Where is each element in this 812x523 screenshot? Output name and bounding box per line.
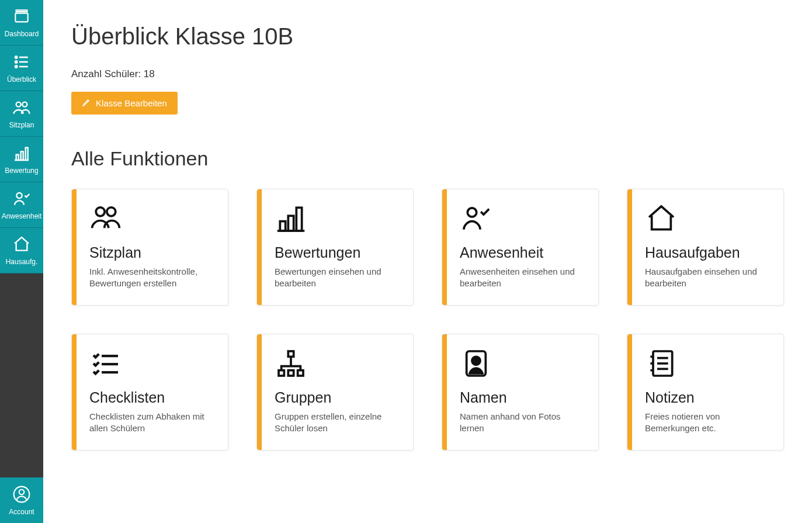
card-namen[interactable]: Namen Namen anhand von Fotos lernen bbox=[442, 334, 599, 451]
svg-rect-26 bbox=[288, 351, 293, 356]
student-count: Anzahl Schüler: 18 bbox=[71, 68, 784, 80]
card-checklisten[interactable]: Checklisten Checklisten zum Abhaken mit … bbox=[71, 334, 228, 451]
card-desc: Anwesenheiten einsehen und bearbeiten bbox=[460, 266, 584, 290]
list-icon bbox=[12, 53, 31, 73]
sidebar-item-label: Account bbox=[9, 508, 34, 516]
main-content: Überblick Klasse 10B Anzahl Schüler: 18 … bbox=[43, 0, 812, 523]
attendance-check-icon bbox=[460, 202, 492, 235]
svg-point-7 bbox=[16, 102, 21, 107]
card-title: Gruppen bbox=[275, 389, 399, 406]
page-title: Überblick Klasse 10B bbox=[71, 23, 784, 50]
svg-rect-0 bbox=[15, 13, 27, 22]
notes-icon bbox=[645, 347, 678, 380]
svg-rect-20 bbox=[288, 216, 293, 231]
sidebar-item-dashboard[interactable]: Dashboard bbox=[0, 0, 43, 46]
card-title: Checklisten bbox=[89, 389, 214, 406]
hierarchy-icon bbox=[275, 347, 307, 380]
svg-rect-28 bbox=[288, 370, 293, 376]
svg-rect-12 bbox=[26, 148, 28, 160]
svg-point-16 bbox=[96, 207, 105, 216]
pencil-icon bbox=[82, 98, 91, 109]
svg-rect-21 bbox=[296, 207, 301, 231]
svg-point-8 bbox=[22, 102, 27, 107]
card-sitzplan[interactable]: Sitzplan Inkl. Anwesenheitskontrolle, Be… bbox=[71, 189, 228, 306]
section-title: Alle Funktionen bbox=[71, 147, 784, 170]
card-title: Bewertungen bbox=[275, 244, 399, 261]
card-title: Namen bbox=[460, 389, 584, 406]
sidebar-item-label: Überblick bbox=[7, 75, 36, 84]
card-notizen[interactable]: Notizen Freies notieren von Bemerkungen … bbox=[627, 334, 784, 451]
function-cards-grid: Sitzplan Inkl. Anwesenheitskontrolle, Be… bbox=[71, 189, 784, 451]
sidebar-item-anwesenheit[interactable]: Anwesenheit bbox=[0, 182, 43, 228]
svg-point-5 bbox=[15, 65, 17, 67]
card-title: Notizen bbox=[645, 389, 769, 406]
card-gruppen[interactable]: Gruppen Gruppen erstellen, einzelne Schü… bbox=[256, 334, 414, 451]
sidebar-item-label: Sitzplan bbox=[9, 121, 34, 129]
sidebar-item-bewertung[interactable]: Bewertung bbox=[0, 137, 43, 182]
sidebar-item-label: Dashboard bbox=[5, 30, 39, 38]
people-icon bbox=[89, 202, 122, 235]
svg-point-15 bbox=[19, 489, 25, 494]
svg-point-1 bbox=[15, 56, 17, 58]
svg-point-31 bbox=[472, 356, 480, 365]
sidebar-item-uberblick[interactable]: Überblick bbox=[0, 46, 43, 91]
edit-class-label: Klasse Bearbeiten bbox=[96, 98, 167, 108]
sidebar: Dashboard Überblick Sitzplan Bew bbox=[0, 0, 43, 523]
svg-rect-10 bbox=[16, 155, 19, 160]
svg-point-3 bbox=[15, 61, 17, 63]
sidebar-item-label: Bewertung bbox=[5, 167, 38, 175]
account-icon bbox=[12, 485, 31, 505]
svg-rect-27 bbox=[279, 370, 284, 376]
people-icon bbox=[12, 98, 31, 119]
sidebar-item-label: Hausaufg. bbox=[6, 258, 38, 266]
svg-point-22 bbox=[467, 208, 476, 217]
chart-icon bbox=[12, 144, 31, 164]
card-title: Sitzplan bbox=[89, 244, 214, 261]
chart-icon bbox=[275, 202, 307, 235]
card-desc: Gruppen erstellen, einzelne Schüler lose… bbox=[275, 411, 399, 435]
sidebar-item-account[interactable]: Account bbox=[0, 477, 43, 523]
card-desc: Inkl. Anwesenheitskontrolle, Bewertungen… bbox=[89, 266, 214, 290]
svg-rect-29 bbox=[298, 370, 303, 376]
home-icon bbox=[12, 235, 31, 255]
attendance-check-icon bbox=[12, 189, 31, 210]
card-anwesenheit[interactable]: Anwesenheit Anwesenheiten einsehen und b… bbox=[442, 189, 599, 306]
svg-point-17 bbox=[107, 207, 116, 216]
card-desc: Checklisten zum Abhaken mit allen Schüle… bbox=[89, 411, 214, 435]
sidebar-item-label: Anwesenheit bbox=[2, 212, 42, 220]
home-icon bbox=[645, 202, 678, 235]
sidebar-item-hausaufgaben[interactable]: Hausaufg. bbox=[0, 228, 43, 273]
edit-class-button[interactable]: Klasse Bearbeiten bbox=[71, 92, 178, 115]
svg-rect-19 bbox=[280, 221, 285, 231]
sidebar-item-sitzplan[interactable]: Sitzplan bbox=[0, 91, 43, 137]
portrait-icon bbox=[460, 347, 492, 380]
checklist-icon bbox=[89, 347, 122, 380]
card-desc: Namen anhand von Fotos lernen bbox=[460, 411, 584, 435]
card-bewertungen[interactable]: Bewertungen Bewertungen einsehen und bea… bbox=[256, 189, 414, 306]
card-desc: Hausaufgaben einsehen und bearbeiten bbox=[645, 266, 769, 290]
card-hausaufgaben[interactable]: Hausaufgaben Hausaufgaben einsehen und b… bbox=[627, 189, 784, 306]
card-title: Anwesenheit bbox=[460, 244, 584, 261]
card-desc: Freies notieren von Bemerkungen etc. bbox=[645, 411, 769, 435]
card-desc: Bewertungen einsehen und bearbeiten bbox=[275, 266, 399, 290]
svg-rect-11 bbox=[21, 151, 23, 160]
card-title: Hausaufgaben bbox=[645, 244, 769, 261]
dashboard-icon bbox=[12, 7, 31, 27]
svg-point-13 bbox=[16, 193, 22, 198]
